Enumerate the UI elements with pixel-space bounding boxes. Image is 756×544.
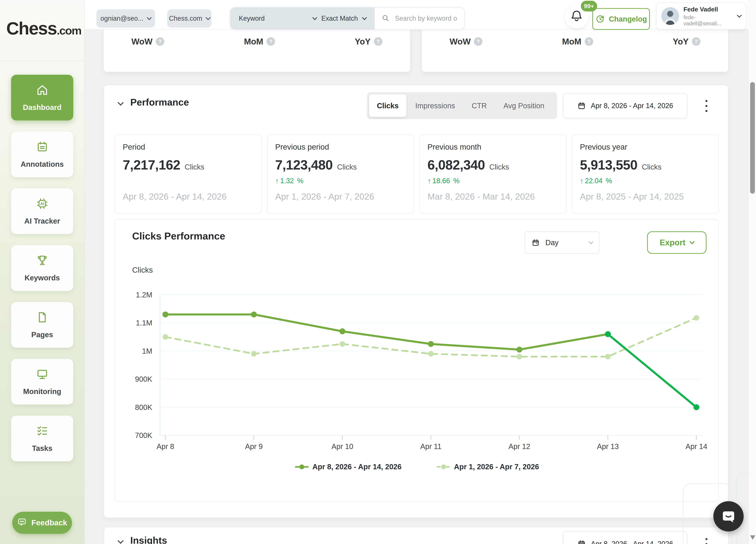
search-field-wrap (375, 8, 464, 29)
notepad-icon (36, 140, 49, 155)
site-selector[interactable]: Chess.com (167, 9, 212, 28)
help-icon[interactable]: ? (156, 37, 164, 46)
help-icon[interactable]: ? (374, 37, 382, 46)
match-type-label: Exact Match (321, 15, 358, 22)
help-icon[interactable]: ? (267, 37, 275, 46)
performance-section: Performance Clicks Impressions CTR Avg P… (104, 85, 728, 518)
chevron-down-icon (737, 13, 742, 18)
tab-avg-position[interactable]: Avg Position (496, 95, 552, 117)
chevron-down-icon[interactable] (312, 15, 317, 20)
yoy-header: YoY? (355, 37, 382, 47)
svg-text:Apr 13: Apr 13 (597, 442, 619, 450)
sidebar-item-keywords[interactable]: Keywords (11, 245, 73, 291)
svg-text:AI: AI (40, 202, 44, 206)
sidebar-item-dashboard[interactable]: Dashboard (11, 75, 73, 121)
date-range-label: Apr 8, 2026 - Apr 14, 2026 (591, 540, 673, 544)
match-type-dropdown[interactable]: Exact Match (321, 15, 366, 22)
stat-unit: Clicks (337, 163, 357, 171)
help-icon[interactable]: ? (474, 37, 482, 46)
svg-text:700K: 700K (135, 431, 152, 439)
granularity-select[interactable]: Day (525, 231, 599, 254)
performance-title: Performance (130, 97, 189, 108)
chevron-down-icon (206, 15, 211, 20)
chevron-down-icon (690, 239, 695, 244)
tab-ctr[interactable]: CTR (464, 95, 494, 117)
collapse-chevron-icon[interactable] (118, 102, 123, 106)
performance-menu-button[interactable] (704, 98, 709, 114)
svg-text:800K: 800K (135, 403, 152, 411)
stat-value: 6,082,340 (427, 157, 485, 173)
page-icon (36, 311, 49, 325)
date-range-label: Apr 8, 2026 - Apr 14, 2026 (591, 102, 673, 110)
insights-title: Insights (130, 535, 167, 544)
clicks-performance-card: Clicks Performance Day Export Clicks 1.2… (115, 219, 719, 502)
legend-item[interactable]: Apr 8, 2026 - Apr 14, 2026 (295, 463, 401, 471)
sidebar-item-label: Tasks (32, 444, 52, 452)
stat-card-period: Period 7,217,162Clicks Apr 8, 2026 - Apr… (115, 135, 262, 214)
search-input[interactable] (395, 14, 458, 23)
sidebar-item-monitoring[interactable]: Monitoring (11, 359, 73, 404)
sidebar-item-label: AI Tracker (24, 217, 60, 225)
search-filters: Keyword Exact Match (230, 8, 375, 29)
collapse-chevron-icon[interactable] (118, 540, 123, 544)
legend-marker-icon (437, 464, 450, 470)
y-axis-title: Clicks (132, 266, 153, 274)
stat-card-previous-period: Previous period 7,123,480Clicks ↑1.32% A… (267, 135, 414, 214)
stat-title: Previous month (427, 143, 558, 152)
changelog-button[interactable]: Changelog (592, 8, 650, 30)
svg-text:Apr 8: Apr 8 (157, 442, 174, 450)
legend-label: Apr 1, 2026 - Apr 7, 2026 (454, 463, 539, 471)
user-profile-menu[interactable]: Fede Vadell fede-vadell@seoali... (656, 3, 746, 30)
sidebar-item-pages[interactable]: Pages (11, 302, 73, 348)
wow-header: WoW? (131, 37, 164, 47)
trophy-icon (36, 254, 49, 269)
user-email: fede-vadell@seoali... (683, 14, 733, 27)
search-type-label: Keyword (239, 15, 265, 22)
logo-wordmark: Chess.com (6, 20, 81, 37)
stat-card-previous-month: Previous month 6,082,340Clicks ↑18.66% M… (419, 135, 566, 214)
export-button[interactable]: Export (647, 231, 707, 254)
svg-text:900K: 900K (135, 375, 152, 383)
insights-date-range-picker[interactable]: Apr 8, 2026 - Apr 14, 2026 (563, 531, 687, 544)
legend-marker-icon (295, 464, 309, 470)
help-icon[interactable]: ? (585, 37, 593, 46)
sidebar-divider-bottom (0, 500, 84, 501)
sidebar-item-ai-tracker[interactable]: AI AI Tracker (11, 188, 73, 234)
sidebar-item-tasks[interactable]: Tasks (11, 416, 73, 461)
svg-text:1M: 1M (142, 347, 152, 355)
stat-delta: ↑18.66% (427, 177, 558, 185)
chart-title: Clicks Performance (132, 230, 225, 242)
sidebar-item-annotations[interactable]: Annotations (11, 132, 73, 177)
clicks-line-chart[interactable]: 1.2M1.1M1M900K800K700KApr 8Apr 9Apr 10Ap… (115, 277, 719, 462)
ai-chip-icon: AI (36, 197, 49, 212)
sidebar-nav: Dashboard Annotations AI AI Tracker Keyw… (11, 75, 73, 461)
user-meta: Fede Vadell fede-vadell@seoali... (683, 6, 733, 27)
summary-card-left: WoW? MoM? YoY? (104, 29, 410, 72)
stat-value: 7,123,480 (275, 157, 333, 173)
stat-card-previous-year: Previous year 5,913,550Clicks ↑22.04% Ap… (572, 135, 719, 214)
account-selector[interactable]: ognian@seo... (96, 9, 155, 28)
stat-unit: Clicks (642, 163, 661, 171)
stat-delta: ↑1.32% (275, 177, 406, 185)
notifications-count-badge: 99+ (581, 1, 597, 11)
sidebar-item-label: Annotations (21, 160, 64, 169)
svg-text:1.2M: 1.2M (136, 291, 152, 299)
svg-text:1.1M: 1.1M (136, 319, 152, 327)
legend-item[interactable]: Apr 1, 2026 - Apr 7, 2026 (437, 463, 539, 471)
sidebar-item-label: Monitoring (23, 387, 61, 396)
avatar (661, 7, 679, 25)
scrollbar-thumb[interactable] (750, 82, 755, 194)
chat-widget-button[interactable] (713, 501, 744, 531)
date-range-picker[interactable]: Apr 8, 2026 - Apr 14, 2026 (563, 93, 687, 119)
stat-title: Previous year (580, 143, 711, 152)
metric-tabs: Clicks Impressions CTR Avg Position (367, 92, 557, 119)
help-icon[interactable]: ? (692, 37, 700, 46)
search-type-dropdown[interactable]: Keyword (239, 15, 265, 22)
tab-clicks[interactable]: Clicks (369, 95, 406, 117)
feedback-button[interactable]: Feedback (12, 512, 72, 534)
tab-impressions[interactable]: Impressions (408, 95, 463, 117)
sidebar-item-label: Dashboard (23, 103, 61, 112)
stat-unit: Clicks (489, 163, 509, 171)
chess-com-logo[interactable]: Chess.com (5, 12, 79, 45)
scrollbar-down-arrow[interactable] (750, 535, 755, 540)
